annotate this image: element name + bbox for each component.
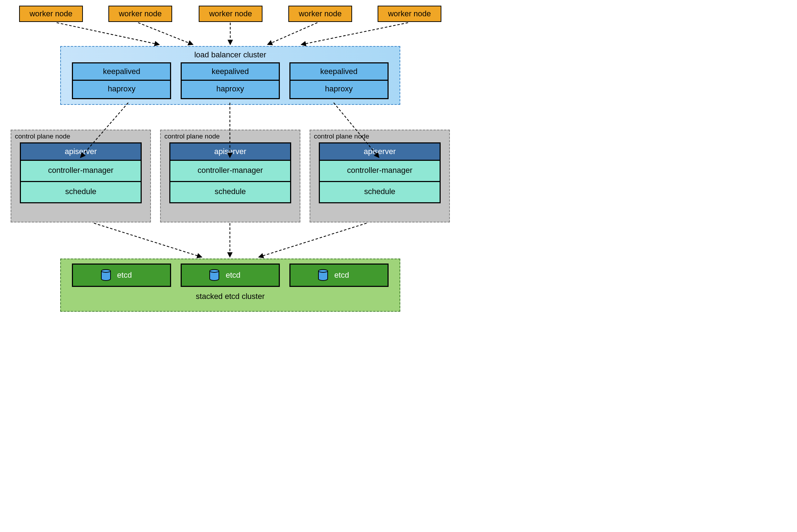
lb-keepalived-3: keepalived <box>289 62 389 81</box>
control-plane-title-2: control plane node <box>164 132 291 142</box>
load-balancer-title: load balancer cluster <box>61 50 400 60</box>
lb-node-2: keepalived haproxy <box>181 62 280 99</box>
stacked-etcd-cluster: etcd etcd etcd stacked etcd cluster <box>60 259 400 312</box>
svg-line-1 <box>138 23 193 45</box>
control-plane-title-1: control plane node <box>15 132 142 142</box>
control-plane-title-3: control plane node <box>314 132 441 142</box>
worker-node-1: worker node <box>19 6 83 22</box>
stacked-etcd-title: stacked etcd cluster <box>61 292 400 301</box>
database-icon <box>209 269 219 281</box>
control-plane-node-1: control plane node apiserver controller-… <box>11 130 151 222</box>
lb-haproxy-3: haproxy <box>289 81 389 99</box>
apiserver-3: apiserver <box>319 142 441 161</box>
lb-haproxy-2: haproxy <box>181 81 280 99</box>
load-balancer-cluster: load balancer cluster keepalived haproxy… <box>60 46 400 105</box>
database-icon <box>318 269 328 281</box>
etcd-label-2: etcd <box>226 271 241 280</box>
apiserver-1: apiserver <box>20 142 142 161</box>
schedule-2: schedule <box>169 182 291 203</box>
worker-node-2: worker node <box>108 6 172 22</box>
svg-line-3 <box>267 23 317 45</box>
etcd-node-3: etcd <box>289 264 389 287</box>
svg-line-8 <box>94 223 202 257</box>
lb-keepalived-1: keepalived <box>72 62 171 81</box>
worker-node-3: worker node <box>199 6 262 22</box>
svg-line-4 <box>301 23 408 45</box>
controller-manager-3: controller-manager <box>319 161 441 182</box>
svg-line-0 <box>57 23 159 45</box>
etcd-label-1: etcd <box>117 271 132 280</box>
svg-line-10 <box>259 223 367 257</box>
lb-node-1: keepalived haproxy <box>72 62 171 99</box>
etcd-label-3: etcd <box>334 271 349 280</box>
database-icon <box>101 269 111 281</box>
lb-haproxy-1: haproxy <box>72 81 171 99</box>
schedule-1: schedule <box>20 182 142 203</box>
control-plane-node-2: control plane node apiserver controller-… <box>160 130 300 222</box>
controller-manager-1: controller-manager <box>20 161 142 182</box>
schedule-3: schedule <box>319 182 441 203</box>
architecture-diagram: worker node worker node worker node work… <box>0 0 531 355</box>
worker-node-4: worker node <box>288 6 352 22</box>
worker-node-5: worker node <box>378 6 441 22</box>
apiserver-2: apiserver <box>169 142 291 161</box>
etcd-node-1: etcd <box>72 264 171 287</box>
lb-node-3: keepalived haproxy <box>289 62 389 99</box>
controller-manager-2: controller-manager <box>169 161 291 182</box>
etcd-node-2: etcd <box>181 264 280 287</box>
lb-keepalived-2: keepalived <box>181 62 280 81</box>
control-plane-node-3: control plane node apiserver controller-… <box>310 130 450 222</box>
